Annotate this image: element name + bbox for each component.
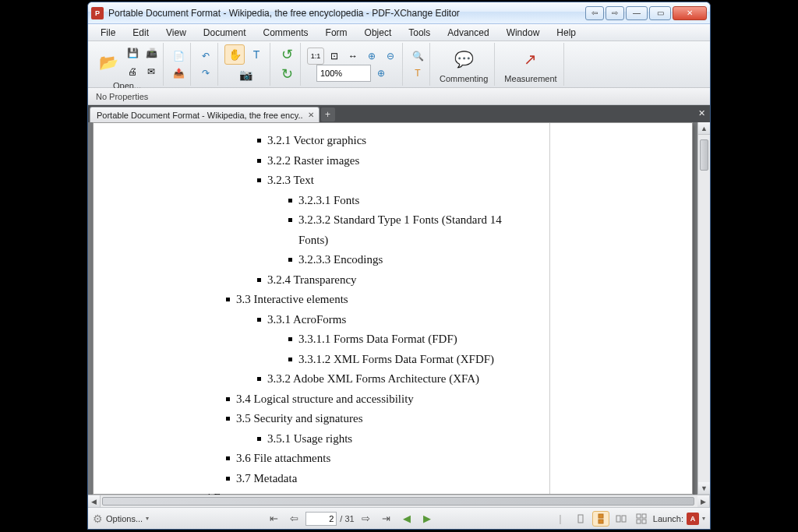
maximize-button[interactable]: ▭ (649, 6, 671, 20)
single-page-view[interactable] (572, 511, 589, 527)
menu-advanced[interactable]: Advanced (440, 26, 496, 40)
scan-button[interactable]: 📠 (143, 44, 160, 62)
undo-button[interactable]: ↶ (197, 48, 214, 65)
fit-width-button[interactable]: ↔ (344, 48, 362, 65)
options-dropdown-icon[interactable]: ▾ (146, 515, 149, 522)
menu-view[interactable]: View (158, 26, 194, 40)
redo-button[interactable]: ↷ (197, 65, 214, 82)
next-view-button[interactable]: ▶ (418, 511, 436, 527)
continuous-view[interactable] (592, 511, 609, 527)
scroll-up-button[interactable]: ▲ (698, 122, 710, 135)
menu-window[interactable]: Window (499, 26, 548, 40)
measurement-group[interactable]: ↗ Measurement (498, 43, 563, 86)
prev-view-button[interactable]: ◀ (398, 511, 415, 527)
page-number-input[interactable] (305, 512, 337, 526)
toc-entry: 4 Future (195, 488, 534, 495)
snapshot-tool[interactable]: 📷 (235, 65, 256, 84)
nav-forward-button[interactable]: ⇨ (606, 6, 624, 20)
menu-tools[interactable]: Tools (401, 26, 438, 40)
menu-help[interactable]: Help (549, 26, 584, 40)
menu-document[interactable]: Document (196, 26, 254, 40)
export-button[interactable]: 📤 (170, 65, 187, 82)
menu-edit[interactable]: Edit (125, 26, 157, 40)
text-tools-group: 🔍 T (406, 43, 430, 86)
page-total-label: / 31 (340, 514, 354, 523)
options-button[interactable]: Options... (106, 514, 143, 523)
toc-text: 3.6 File attachments (236, 449, 330, 469)
horizontal-scrollbar[interactable]: ◀ ▶ (88, 495, 710, 507)
hand-tool[interactable]: ✋ (224, 44, 245, 65)
undo-group: ↶ ↷ (194, 43, 218, 86)
svg-rect-3 (616, 516, 620, 522)
menu-file[interactable]: File (93, 26, 123, 40)
minimize-button[interactable]: — (626, 6, 648, 20)
zoom-plus-button[interactable]: ⊕ (373, 65, 390, 82)
commenting-group[interactable]: 💬 Commenting (433, 43, 495, 86)
nav-back-button[interactable]: ⇦ (585, 6, 604, 20)
rotate-ccw-button[interactable]: ↺ (277, 44, 297, 65)
app-icon: P (91, 7, 104, 19)
tab-close-icon[interactable]: ✕ (308, 111, 314, 119)
email-button[interactable]: ✉ (143, 63, 160, 80)
bullet-icon (257, 159, 261, 163)
vscroll-track[interactable] (698, 135, 710, 482)
toc-text: 3.5 Security and signatures (236, 409, 362, 429)
titlebar: P Portable Document Format - Wikipedia, … (88, 2, 710, 24)
svg-rect-6 (642, 514, 646, 518)
rotate-group: ↺ ↻ (274, 43, 301, 86)
tabstrip-close-icon[interactable]: ✕ (696, 107, 707, 118)
vscroll-thumb[interactable] (700, 139, 708, 171)
menu-form[interactable]: Form (318, 26, 355, 40)
bullet-icon (257, 139, 261, 143)
hscroll-track[interactable] (101, 495, 697, 507)
open-button[interactable]: 📂 (94, 48, 122, 76)
hscroll-thumb[interactable] (102, 497, 694, 506)
vertical-scrollbar[interactable]: ▲ ▼ (697, 122, 710, 495)
toc-entry: 3.3 Interactive elements (226, 290, 534, 310)
tool-mode-group: ✋ T 📷 (221, 43, 270, 86)
document-viewport[interactable]: 3.2.1 Vector graphics3.2.2 Raster images… (88, 122, 697, 495)
select-text-tool[interactable]: T (246, 44, 267, 65)
toc-entry: 3.6 File attachments (226, 449, 534, 469)
actual-size-button[interactable]: 1:1 (307, 48, 324, 65)
document-tab[interactable]: Portable Document Format - Wikipedia, th… (90, 107, 320, 122)
toc-text: 3.2.1 Vector graphics (267, 131, 366, 151)
prev-page-button[interactable]: ⇦ (285, 511, 302, 527)
commenting-label: Commenting (440, 73, 488, 83)
statusbar: ⚙ Options... ▾ ⇤ ⇦ / 31 ⇨ ⇥ ◀ ▶ | Launch… (88, 507, 710, 529)
launch-pdf-icon[interactable]: A (687, 513, 699, 525)
pdf-page: 3.2.1 Vector graphics3.2.2 Raster images… (93, 122, 693, 495)
print-button[interactable]: 🖨 (124, 63, 141, 80)
bullet-icon (226, 298, 230, 301)
scroll-right-button[interactable]: ▶ (697, 495, 710, 507)
facing-view[interactable] (613, 511, 630, 527)
menu-object[interactable]: Object (357, 26, 400, 40)
toc-text: 3.3 Interactive elements (236, 290, 348, 310)
text-search-button[interactable]: 🔍 (409, 48, 426, 65)
zoom-level-input[interactable] (316, 65, 371, 82)
zoom-out-button[interactable]: ⊖ (382, 48, 399, 65)
save-button[interactable]: 💾 (124, 44, 141, 62)
close-button[interactable]: ✕ (673, 6, 707, 20)
last-page-button[interactable]: ⇥ (378, 511, 395, 527)
convert-button[interactable]: 📄 (170, 48, 187, 65)
new-tab-button[interactable]: + (321, 107, 335, 122)
first-page-button[interactable]: ⇤ (265, 511, 282, 527)
scroll-left-button[interactable]: ◀ (88, 495, 101, 507)
toc-text: 3.3.2 Adobe XML Forms Architecture (XFA) (267, 369, 479, 389)
fit-page-button[interactable]: ⊡ (326, 48, 343, 65)
rotate-cw-button[interactable]: ↻ (277, 65, 297, 85)
zoom-group: 1:1 ⊡ ↔ ⊕ ⊖ ⊕ (304, 43, 403, 86)
facing-continuous-view[interactable] (633, 511, 650, 527)
toc-entry: 3.3.2 Adobe XML Forms Architecture (XFA) (257, 369, 534, 389)
text-edit-button[interactable]: T (409, 65, 426, 82)
menu-comments[interactable]: Comments (256, 26, 316, 40)
file-group: 📂 💾 🖨 📠 ✉ Open... (91, 43, 164, 86)
svg-rect-2 (598, 520, 603, 523)
zoom-in-button[interactable]: ⊕ (363, 48, 380, 65)
scroll-down-button[interactable]: ▼ (698, 482, 710, 495)
app-window: P Portable Document Format - Wikipedia, … (87, 2, 711, 530)
launch-dropdown-icon[interactable]: ▾ (702, 515, 705, 522)
next-page-button[interactable]: ⇨ (358, 511, 375, 527)
svg-rect-0 (578, 515, 583, 523)
